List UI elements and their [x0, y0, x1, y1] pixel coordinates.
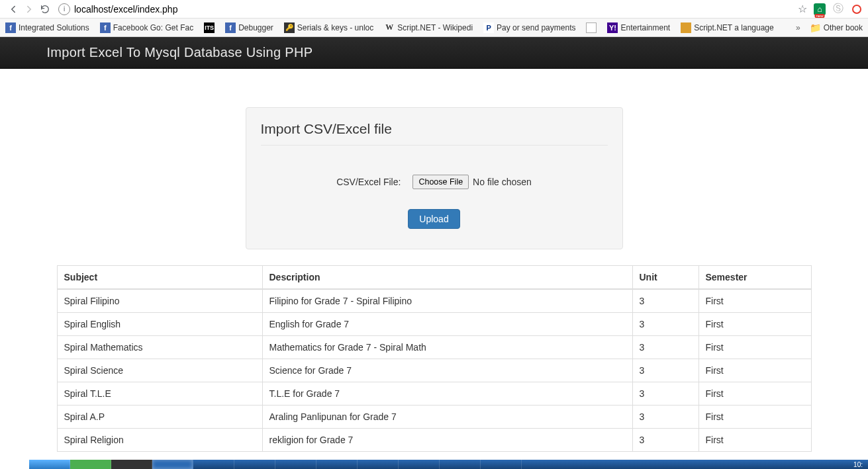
- site-info-icon[interactable]: i: [58, 3, 70, 15]
- table-cell: 3: [632, 313, 699, 336]
- bookmark-item[interactable]: Script.NET a language: [681, 22, 774, 33]
- table-row: Spiral FilipinoFilipino for Grade 7 - Sp…: [57, 289, 811, 313]
- table-cell: 3: [632, 359, 699, 382]
- table-cell: English for Grade 7: [262, 313, 632, 336]
- page-title: Import Excel To Mysql Database Using PHP: [47, 45, 822, 60]
- table-cell: Spiral T.L.E: [57, 382, 262, 405]
- bookmark-label: Script.NET - Wikipedi: [397, 23, 473, 32]
- import-panel: Import CSV/Excel file CSV/Excel File: Ch…: [246, 107, 623, 249]
- bookmark-item[interactable]: [586, 22, 597, 33]
- bookmark-label: Pay or send payments: [497, 23, 575, 32]
- table-cell: 3: [632, 429, 699, 452]
- other-bookmarks[interactable]: 📁Other book: [810, 22, 863, 33]
- table-cell: First: [699, 405, 811, 429]
- bookmark-favicon-icon: ITS: [204, 22, 215, 33]
- bookmark-item[interactable]: fDebugger: [225, 22, 273, 33]
- table-cell: 3: [632, 289, 699, 313]
- browser-toolbar: i localhost/excel/index.php ☆ ⌂ Ⓢ: [0, 0, 868, 19]
- table-cell: Science for Grade 7: [262, 359, 632, 382]
- extension-dashlane-icon[interactable]: ⌂: [814, 3, 826, 15]
- page-navbar: Import Excel To Mysql Database Using PHP: [0, 37, 868, 69]
- table-cell: Spiral A.P: [57, 405, 262, 429]
- main-container: Import CSV/Excel file CSV/Excel File: Ch…: [47, 107, 822, 452]
- col-semester: Semester: [699, 266, 811, 290]
- bookmark-label: Integrated Solutions: [19, 23, 89, 32]
- table-cell: Spiral Filipino: [57, 289, 262, 313]
- bookmarks-overflow-icon[interactable]: »: [796, 23, 800, 32]
- upload-button[interactable]: Upload: [408, 209, 459, 229]
- table-cell: Araling Panlipunan for Grade 7: [262, 405, 632, 429]
- bookmark-favicon-icon: f: [100, 22, 111, 33]
- bookmark-favicon-icon: f: [225, 22, 236, 33]
- extension-opera-icon[interactable]: [851, 3, 863, 15]
- bookmark-label: Debugger: [238, 23, 273, 32]
- table-cell: 3: [632, 336, 699, 359]
- table-row: Spiral Religionrekligion for Grade 73Fir…: [57, 429, 811, 452]
- table-cell: First: [699, 429, 811, 452]
- table-row: Spiral T.L.ET.L.E for Grade 73First: [57, 382, 811, 405]
- bookmark-label: Facebook Go: Get Fac: [113, 23, 193, 32]
- table-cell: Spiral Religion: [57, 429, 262, 452]
- bookmark-label: Serials & keys - unloc: [297, 23, 373, 32]
- panel-title: Import CSV/Excel file: [261, 121, 608, 137]
- bookmark-favicon-icon: W: [384, 22, 395, 33]
- other-bookmarks-label: Other book: [824, 23, 863, 32]
- table-cell: First: [699, 336, 811, 359]
- file-input[interactable]: Choose File No file chosen: [412, 175, 531, 189]
- bookmark-favicon-icon: f: [5, 22, 16, 33]
- bookmark-favicon-icon: P: [483, 22, 494, 33]
- bookmark-favicon-icon: 🔑: [284, 22, 295, 33]
- table-cell: First: [699, 382, 811, 405]
- table-cell: First: [699, 359, 811, 382]
- table-cell: 3: [632, 405, 699, 429]
- back-button[interactable]: [5, 1, 21, 17]
- table-cell: 3: [632, 382, 699, 405]
- col-description: Description: [262, 266, 632, 290]
- bookmarks-bar: fIntegrated SolutionsfFacebook Go: Get F…: [0, 19, 868, 37]
- table-cell: First: [699, 289, 811, 313]
- bookmark-favicon-icon: [586, 22, 597, 33]
- col-subject: Subject: [57, 266, 262, 290]
- url-text: localhost/excel/index.php: [74, 4, 177, 15]
- table-cell: Filipino for Grade 7 - Spiral Filipino: [262, 289, 632, 313]
- table-header-row: Subject Description Unit Semester: [57, 266, 811, 290]
- file-input-label: CSV/Excel File:: [336, 177, 401, 187]
- extension-skype-icon[interactable]: Ⓢ: [832, 3, 844, 15]
- file-input-row: CSV/Excel File: Choose File No file chos…: [261, 175, 608, 189]
- bookmark-item[interactable]: ITS: [204, 22, 215, 33]
- col-unit: Unit: [632, 266, 699, 290]
- bookmark-favicon-icon: [681, 22, 691, 33]
- table-row: Spiral ScienceScience for Grade 73First: [57, 359, 811, 382]
- table-cell: Spiral Science: [57, 359, 262, 382]
- data-table: Subject Description Unit Semester Spiral…: [57, 265, 812, 452]
- table-cell: Spiral English: [57, 313, 262, 336]
- table-cell: First: [699, 313, 811, 336]
- reload-button[interactable]: [37, 1, 53, 17]
- table-cell: Mathematics for Grade 7 - Spiral Math: [262, 336, 632, 359]
- no-file-chosen-text: No file chosen: [473, 177, 532, 187]
- table-row: Spiral MathematicsMathematics for Grade …: [57, 336, 811, 359]
- toolbar-right: ☆ ⌂ Ⓢ: [791, 3, 863, 15]
- bookmark-item[interactable]: Y!Entertainment: [607, 22, 670, 33]
- panel-divider: [261, 145, 608, 146]
- bookmark-item[interactable]: fIntegrated Solutions: [5, 22, 89, 33]
- table-cell: T.L.E for Grade 7: [262, 382, 632, 405]
- table-cell: Spiral Mathematics: [57, 336, 262, 359]
- bookmark-item[interactable]: 🔑Serials & keys - unloc: [284, 22, 373, 33]
- table-row: Spiral A.PAraling Panlipunan for Grade 7…: [57, 405, 811, 429]
- bookmark-label: Script.NET a language: [694, 23, 774, 32]
- folder-icon: 📁: [810, 22, 821, 33]
- table-cell: rekligion for Grade 7: [262, 429, 632, 452]
- bookmark-item[interactable]: fFacebook Go: Get Fac: [100, 22, 193, 33]
- address-bar[interactable]: i localhost/excel/index.php: [58, 3, 791, 15]
- bookmark-item[interactable]: PPay or send payments: [483, 22, 575, 33]
- bookmark-item[interactable]: WScript.NET - Wikipedi: [384, 22, 473, 33]
- bookmark-favicon-icon: Y!: [607, 22, 618, 33]
- bookmark-star-icon[interactable]: ☆: [798, 3, 807, 15]
- bookmark-label: Entertainment: [620, 23, 670, 32]
- forward-button[interactable]: [21, 1, 37, 17]
- choose-file-button[interactable]: Choose File: [412, 175, 469, 189]
- table-row: Spiral EnglishEnglish for Grade 73First: [57, 313, 811, 336]
